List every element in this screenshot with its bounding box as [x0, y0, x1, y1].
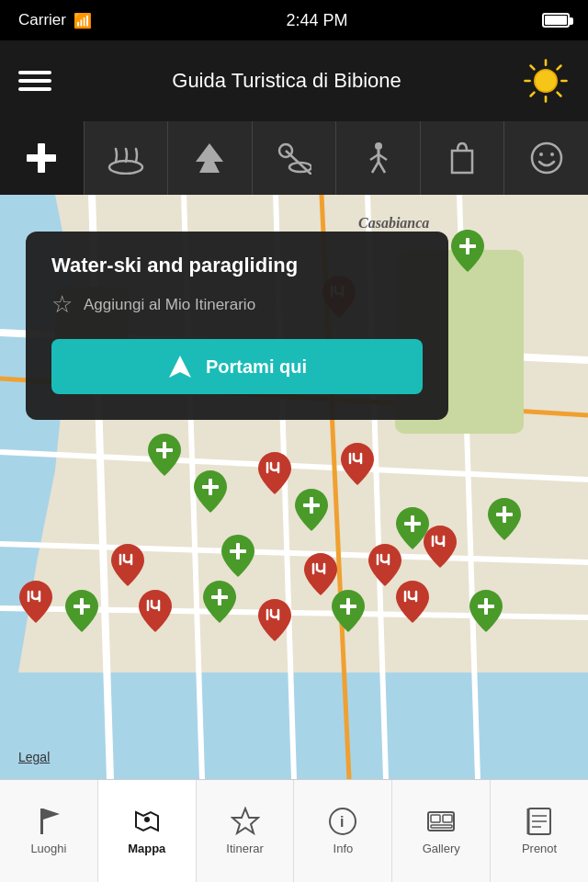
pin-orange-7[interactable]	[423, 526, 458, 568]
beach-icon	[277, 141, 311, 175]
svg-point-16	[375, 142, 382, 150]
svg-point-67	[144, 817, 150, 822]
svg-rect-46	[163, 442, 166, 458]
pin-orange-10[interactable]	[257, 599, 292, 641]
category-smiley[interactable]	[504, 121, 588, 195]
svg-rect-60	[218, 589, 221, 605]
svg-rect-58	[80, 598, 84, 615]
star-icon: ☆	[51, 290, 73, 319]
pin-green-3[interactable]	[193, 470, 228, 513]
tab-info-label: Info	[334, 842, 354, 855]
category-beach[interactable]	[253, 121, 337, 195]
svg-rect-10	[27, 154, 56, 162]
status-right	[542, 13, 570, 28]
svg-rect-48	[209, 479, 212, 495]
tab-prenot[interactable]: Prenot	[491, 780, 588, 883]
map-area[interactable]: Casabianca Water-ski and paragliding ☆ A…	[0, 195, 588, 779]
svg-rect-65	[40, 808, 43, 834]
pin-green-10[interactable]	[331, 590, 366, 632]
map-pin-icon	[132, 807, 162, 836]
status-time: 2:44 PM	[286, 11, 347, 30]
nav-bar: Guida Turistica di Bibione	[0, 40, 588, 121]
svg-line-21	[379, 162, 385, 173]
pin-orange-9[interactable]	[138, 590, 173, 632]
tab-luoghi[interactable]: Luoghi	[0, 780, 98, 883]
svg-line-8	[531, 93, 535, 96]
category-spa[interactable]	[85, 121, 169, 195]
shopping-icon	[448, 141, 476, 175]
tab-prenot-label: Prenot	[522, 842, 557, 855]
pin-green-1[interactable]	[450, 230, 485, 272]
pin-orange-11[interactable]	[395, 581, 430, 623]
popup-title: Water-ski and paragliding	[51, 254, 423, 277]
status-bar: Carrier 📶 2:44 PM	[0, 0, 588, 40]
tab-info[interactable]: i Info	[294, 780, 392, 883]
hamburger-menu-button[interactable]	[18, 71, 51, 91]
pin-green-2[interactable]	[147, 434, 182, 476]
svg-rect-52	[411, 515, 414, 532]
tab-gallery[interactable]: Gallery	[392, 780, 491, 883]
svg-marker-42	[169, 356, 191, 378]
svg-point-24	[550, 153, 554, 156]
pin-green-7[interactable]	[220, 535, 255, 577]
legal-link[interactable]: Legal	[18, 750, 50, 764]
category-activities[interactable]	[336, 121, 421, 195]
category-directions[interactable]	[0, 121, 85, 195]
battery-icon	[542, 13, 570, 28]
pin-orange-3[interactable]	[340, 443, 375, 485]
svg-rect-44	[466, 238, 469, 254]
pin-green-4[interactable]	[294, 489, 329, 531]
svg-marker-68	[232, 808, 258, 833]
svg-marker-66	[43, 808, 60, 820]
svg-text:i: i	[340, 814, 344, 830]
svg-rect-54	[503, 506, 506, 523]
svg-line-6	[558, 93, 561, 96]
wifi-icon: 📶	[74, 12, 92, 29]
svg-rect-50	[310, 497, 313, 514]
tab-itinerar-label: Itinerar	[226, 842, 263, 855]
svg-rect-62	[346, 598, 350, 615]
svg-line-5	[531, 66, 535, 70]
gallery-icon	[426, 807, 456, 836]
tab-gallery-label: Gallery	[423, 842, 460, 855]
navigate-arrow-icon	[167, 354, 193, 379]
svg-rect-72	[431, 815, 440, 822]
svg-rect-73	[443, 815, 452, 822]
pin-green-9[interactable]	[202, 581, 237, 623]
svg-rect-56	[236, 543, 240, 560]
tab-itinerar[interactable]: Itinerar	[197, 780, 295, 883]
svg-rect-64	[484, 598, 488, 615]
carrier-label: Carrier	[18, 11, 66, 29]
book-icon	[525, 807, 554, 836]
flag-icon	[34, 807, 63, 836]
info-icon: i	[328, 807, 357, 836]
svg-point-0	[535, 70, 557, 92]
svg-text:Casabianca: Casabianca	[358, 215, 429, 231]
svg-line-20	[372, 162, 379, 173]
smiley-icon	[530, 141, 563, 175]
app-title: Guida Turistica di Bibione	[172, 69, 401, 93]
svg-marker-12	[196, 143, 223, 173]
spa-icon	[107, 141, 145, 175]
pin-orange-4[interactable]	[110, 544, 145, 586]
svg-rect-74	[431, 825, 452, 828]
category-shopping[interactable]	[421, 121, 505, 195]
tab-bar: Luoghi Mappa Itinerar i Info Gallery	[0, 779, 588, 882]
weather-icon[interactable]	[522, 57, 570, 105]
pin-orange-2[interactable]	[257, 452, 292, 494]
svg-point-22	[532, 143, 561, 173]
tab-mappa[interactable]: Mappa	[98, 780, 197, 883]
category-parks[interactable]	[168, 121, 253, 195]
pin-green-11[interactable]	[469, 590, 503, 632]
pin-green-8[interactable]	[64, 590, 99, 632]
tab-luoghi-label: Luoghi	[30, 842, 66, 855]
hiker-icon	[365, 141, 392, 175]
star-icon	[231, 807, 260, 836]
tab-mappa-label: Mappa	[128, 842, 165, 855]
popup-itinerary-row[interactable]: ☆ Aggiungi al Mio Itinerario	[51, 290, 423, 319]
tree-icon	[194, 141, 225, 175]
svg-line-7	[558, 66, 561, 70]
pin-orange-8[interactable]	[18, 581, 53, 623]
pin-green-6[interactable]	[487, 498, 522, 540]
navigate-button[interactable]: Portami qui	[51, 339, 423, 394]
